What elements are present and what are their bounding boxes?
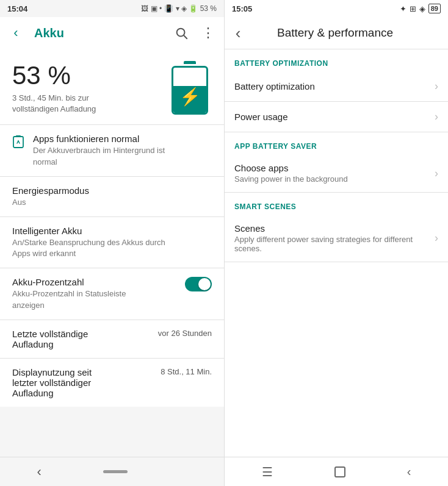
- status-bar-left: 15:04 🖼 ▣ • 📳 ▾ ◈ 🔋 53 %: [0, 0, 224, 17]
- apps-status-content: Apps funktionieren normal Der Akkuverbra…: [33, 134, 212, 167]
- divider: [225, 262, 448, 262]
- wifi-icon: ◈: [419, 4, 425, 13]
- power-usage-content: Power usage: [234, 112, 430, 122]
- energy-saver-title: Energiesparmodus: [12, 185, 212, 196]
- scenes-title: Scenes: [234, 223, 430, 234]
- chevron-icon: ›: [435, 167, 438, 180]
- battery-percent-subtitle: Akku-Prozentzahl in Statusleisteanzeigen: [12, 288, 176, 310]
- scenes-content: Scenes Apply different power saving stra…: [234, 223, 430, 253]
- battery-opt-content: Battery optimization: [234, 81, 430, 91]
- list-item-power-usage[interactable]: Power usage ›: [225, 102, 448, 132]
- list-item-battery-optimization[interactable]: Battery optimization ›: [225, 71, 448, 101]
- last-charge-title: Letzte vollständigeAufladung: [12, 329, 150, 349]
- status-icons-left: 🖼 ▣ • 📳 ▾ ◈ 🔋 53 %: [141, 4, 217, 13]
- battery-icon-right: 89: [428, 4, 441, 13]
- list-item-energy-saver[interactable]: Energiesparmodus Aus: [0, 177, 224, 216]
- display-usage-content: Displaynutzung seitletzter vollständiger…: [12, 367, 152, 398]
- status-bar-right: 15:05 ✦ ⊞ ◈ 89: [225, 0, 448, 17]
- nav-back-right[interactable]: ‹: [395, 460, 424, 484]
- bottom-nav-right: ☰ ‹: [225, 457, 448, 486]
- battery-icon: ⚡: [168, 61, 212, 115]
- back-button-right[interactable]: ‹: [227, 22, 249, 44]
- search-button[interactable]: [170, 22, 192, 44]
- apps-status-title: Apps funktionieren normal: [33, 134, 212, 144]
- power-usage-title: Power usage: [234, 112, 430, 122]
- scenes-subtitle: Apply different power saving strategies …: [234, 235, 430, 253]
- toolbar-right: ‹ Battery & performance: [225, 17, 448, 49]
- bottom-nav-left: ‹: [0, 457, 224, 486]
- svg-rect-2: [13, 137, 23, 148]
- last-charge-content: Letzte vollständigeAufladung: [12, 329, 150, 349]
- battery-time-remaining: 3 Std., 45 Min. bis zurvollständigen Auf…: [12, 93, 96, 115]
- list-item-apps-status[interactable]: Apps funktionieren normal Der Akkuverbra…: [0, 125, 224, 176]
- list-item-choose-apps[interactable]: Choose apps Saving power in the backgrou…: [225, 154, 448, 192]
- choose-apps-subtitle: Saving power in the background: [234, 174, 430, 184]
- list-item-battery-percent[interactable]: Akku-Prozentzahl Akku-Prozentzahl in Sta…: [0, 268, 224, 319]
- svg-line-1: [184, 36, 187, 39]
- page-title-left: Akku: [34, 26, 165, 40]
- bluetooth-icon: ✦: [400, 4, 406, 13]
- battery-body: ⚡: [172, 66, 208, 115]
- time-left: 15:04: [7, 4, 27, 13]
- energy-saver-content: Energiesparmodus Aus: [12, 185, 212, 208]
- display-usage-value: 8 Std., 11 Min.: [161, 367, 212, 376]
- section-header-app-saver: APP BATTERY SAVER: [225, 132, 448, 154]
- smart-battery-content: Intelligenter Akku An/Starke Beanspruchu…: [12, 226, 212, 259]
- choose-apps-title: Choose apps: [234, 163, 430, 173]
- nav-home-left[interactable]: [103, 470, 128, 473]
- energy-saver-subtitle: Aus: [12, 197, 212, 208]
- display-usage-title: Displaynutzung seitletzter vollständiger…: [12, 367, 152, 398]
- battery-percent-title: Akku-Prozentzahl: [12, 277, 176, 287]
- nav-square-right[interactable]: [334, 466, 345, 477]
- battery-percent-display: 53 %: [12, 61, 96, 90]
- toolbar-left: ‹ Akku ⋮: [0, 17, 224, 49]
- smart-battery-subtitle: An/Starke Beanspruchung des Akkus durchA…: [12, 237, 212, 259]
- time-right: 15:05: [232, 4, 252, 13]
- svg-point-0: [177, 29, 185, 37]
- sim-icon: ⊞: [410, 4, 416, 13]
- right-panel: 15:05 ✦ ⊞ ◈ 89 ‹ Battery & performance B…: [224, 0, 448, 486]
- battery-bolt-icon: ⚡: [179, 87, 201, 107]
- smart-battery-title: Intelligenter Akku: [12, 226, 212, 236]
- notification-icons: 🖼 ▣ •: [141, 4, 162, 13]
- nav-back-left[interactable]: ‹: [25, 459, 54, 485]
- last-charge-value: vor 26 Stunden: [158, 329, 212, 338]
- choose-apps-content: Choose apps Saving power in the backgrou…: [234, 163, 430, 184]
- battery-status-left: 📳 ▾ ◈ 🔋 53 %: [164, 4, 217, 13]
- battery-percent-content: Akku-Prozentzahl Akku-Prozentzahl in Sta…: [12, 277, 176, 310]
- battery-card: 53 % 3 Std., 45 Min. bis zurvollständige…: [0, 49, 224, 124]
- list-item-last-charge: Letzte vollständigeAufladung vor 26 Stun…: [0, 320, 224, 358]
- chevron-icon: ›: [435, 80, 438, 93]
- battery-percent-toggle[interactable]: [185, 277, 212, 291]
- page-title-right: Battery & performance: [254, 26, 416, 40]
- section-header-smart-scenes: SMART SCENES: [225, 193, 448, 215]
- nav-menu-right[interactable]: ☰: [250, 460, 285, 484]
- battery-cap: [184, 61, 196, 64]
- battery-info: 53 % 3 Std., 45 Min. bis zurvollständige…: [12, 61, 96, 115]
- left-panel: 15:04 🖼 ▣ • 📳 ▾ ◈ 🔋 53 % ‹ Akku ⋮ 53 % 3…: [0, 0, 224, 486]
- chevron-icon: ›: [435, 232, 438, 245]
- list-item-smart-battery[interactable]: Intelligenter Akku An/Starke Beanspruchu…: [0, 217, 224, 268]
- more-button[interactable]: ⋮: [197, 22, 219, 44]
- list-item-scenes[interactable]: Scenes Apply different power saving stra…: [225, 215, 448, 262]
- chevron-icon: ›: [435, 110, 438, 123]
- svg-rect-3: [16, 135, 21, 137]
- apps-status-subtitle: Der Akkuverbrauch im Hintergrund istnorm…: [33, 145, 212, 167]
- battery-small-icon: [12, 135, 24, 151]
- battery-opt-title: Battery optimization: [234, 81, 430, 91]
- section-header-battery-opt: BATTERY OPTIMIZATION: [225, 49, 448, 71]
- back-button-left[interactable]: ‹: [5, 22, 27, 44]
- list-item-display-usage: Displaynutzung seitletzter vollständiger…: [0, 359, 224, 407]
- toggle-knob: [198, 278, 211, 290]
- status-icons-right: ✦ ⊞ ◈ 89: [400, 4, 441, 13]
